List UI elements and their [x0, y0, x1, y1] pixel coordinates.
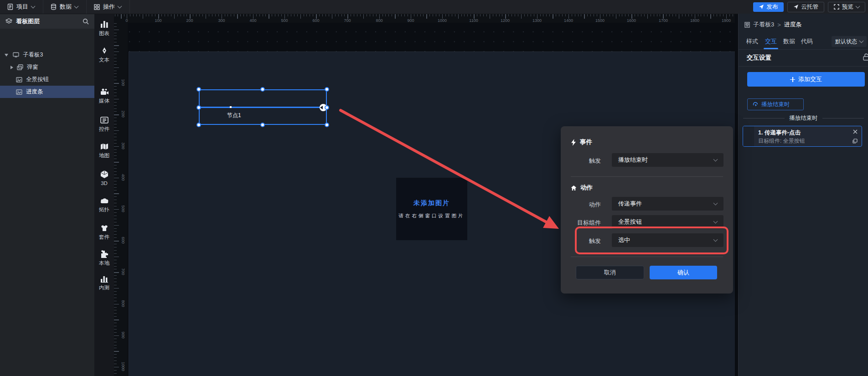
dialog-divider	[571, 176, 723, 177]
tree-item-board[interactable]: 子看板3	[0, 49, 94, 61]
ruler-label: 700	[340, 18, 355, 23]
resize-handle-nw[interactable]	[196, 87, 201, 92]
breadcrumb-board[interactable]: 子看板3	[753, 21, 774, 29]
node-label: 节点1	[227, 112, 241, 119]
cancel-button[interactable]: 取消	[576, 266, 644, 279]
ruler-label: 400	[121, 170, 125, 185]
layers-panel: 看板图层 子看板3 弹窗 全景按钮	[0, 14, 94, 376]
resize-handle-sw[interactable]	[196, 123, 201, 127]
ruler-label: 900	[403, 18, 418, 23]
blob-icon	[100, 197, 109, 205]
chevron-down-icon	[713, 219, 718, 224]
top-menu-bar: 项目 数据 操作 发布 云托管	[0, 0, 868, 14]
close-icon[interactable]	[853, 129, 858, 134]
chevron-down-icon	[713, 157, 718, 162]
event-trigger-chip[interactable]: 播放结束时	[747, 98, 804, 110]
unlock-icon[interactable]	[863, 53, 868, 61]
ruler-label: 500	[121, 201, 125, 216]
ruler-label: 500	[277, 18, 292, 23]
grid-icon	[94, 4, 100, 10]
menu-project[interactable]: 项目	[0, 0, 43, 14]
image-placeholder-component[interactable]: 未添加图片 请在右侧窗口设置图片	[396, 178, 467, 240]
resize-handle-n[interactable]	[260, 87, 265, 92]
resize-handle-ne[interactable]	[325, 87, 329, 92]
tree-item-panorama-button[interactable]: 全景按钮	[0, 73, 94, 86]
toolbar-item-label: 本地	[99, 260, 109, 267]
action-label: 动作	[561, 201, 601, 209]
cloud-hosting-button[interactable]: 云托管	[787, 2, 825, 12]
ruler-label: 1000	[121, 359, 125, 374]
action-select[interactable]: 传递事件	[612, 197, 723, 211]
tree-item-label: 子看板3	[23, 51, 43, 59]
ruler-label: 600	[121, 233, 125, 247]
chevron-down-icon	[74, 4, 79, 9]
popup-icon	[17, 64, 23, 70]
ruler-label: 300	[121, 139, 125, 153]
caret-right-icon[interactable]	[10, 66, 13, 69]
toolbar-item-beta[interactable]: 内测	[94, 275, 114, 291]
resize-handle-w[interactable]	[196, 105, 201, 110]
ruler-label: 200	[121, 107, 125, 121]
ruler-label: 700	[121, 264, 125, 279]
target-component-label: 目标组件	[561, 219, 601, 227]
ruler-label: 800	[121, 296, 125, 311]
card-title: 1. 传递事件-点击	[758, 129, 801, 137]
chevron-down-icon	[856, 4, 860, 9]
toolbar-item-topology[interactable]: 拓扑	[94, 197, 114, 213]
tree-item-label: 进度条	[26, 88, 43, 96]
interaction-edit-dialog: 事件 触发 播放结束时 动作 动作 传递事件 目标组件 全景按钮 触发 选中	[561, 126, 733, 294]
trigger-select[interactable]: 播放结束时	[612, 153, 723, 167]
publish-button[interactable]: 发布	[753, 2, 784, 12]
tab-data[interactable]: 数据	[783, 37, 795, 46]
toolbar-item-text[interactable]: 文本	[94, 46, 114, 63]
canvas-dot-grid	[128, 23, 738, 52]
tshirt-icon	[100, 224, 109, 232]
pen-icon	[100, 46, 109, 55]
target-component-select[interactable]: 全景按钮	[612, 215, 723, 229]
card-subtitle: 目标组件: 全景按钮	[758, 137, 805, 145]
trigger2-label: 触发	[561, 237, 601, 245]
menu-data[interactable]: 数据	[43, 0, 87, 14]
toolbar-item-map[interactable]: 地图	[94, 143, 114, 159]
ruler-label: 100	[121, 75, 125, 90]
tree-item-progress-bar[interactable]: 进度条	[0, 86, 94, 98]
event-group-divider: 播放结束时	[743, 114, 864, 122]
toolbar-item-kits[interactable]: 套件	[94, 224, 114, 241]
puzzle-icon	[100, 250, 108, 258]
toolbar-item-controls[interactable]: 控件	[94, 116, 114, 133]
knob-arrow-icon	[320, 106, 323, 109]
caret-down-icon[interactable]	[5, 54, 8, 57]
toolbar-item-media[interactable]: 媒体	[94, 88, 114, 104]
ruler-label: 1200	[497, 18, 513, 23]
chevron-down-icon	[713, 201, 718, 206]
ruler-label: 1100	[466, 18, 481, 23]
menu-operation[interactable]: 操作	[87, 0, 130, 14]
resize-handle-e[interactable]	[325, 105, 329, 110]
ruler-label: 400	[245, 18, 261, 23]
tab-style[interactable]: 样式	[746, 37, 758, 46]
state-select-value: 默认状态	[835, 38, 857, 46]
tree-item-popup[interactable]: 弹窗	[0, 61, 94, 73]
copy-icon[interactable]	[852, 139, 858, 144]
section-title: 交互设置	[747, 54, 771, 62]
tab-code[interactable]: 代码	[801, 37, 813, 46]
toolbar-item-charts[interactable]: 图表	[94, 20, 114, 37]
preview-button[interactable]: 预览	[828, 2, 865, 12]
toolbar-item-local[interactable]: 本地	[94, 250, 114, 267]
home-badge-icon	[571, 185, 577, 191]
cube-icon	[100, 170, 109, 179]
add-interaction-button[interactable]: 添加交互	[747, 72, 865, 87]
image-icon	[16, 89, 22, 95]
resize-handle-se[interactable]	[325, 123, 329, 127]
panel-tabs: 样式 交互 数据 代码 默认状态	[739, 34, 868, 50]
confirm-button[interactable]: 确认	[650, 266, 717, 279]
interaction-card[interactable]: 1. 传递事件-点击 目标组件: 全景按钮	[743, 126, 862, 147]
toolbar-item-3d[interactable]: 3D	[94, 170, 114, 186]
card-drag-handle[interactable]	[743, 126, 754, 146]
tab-interaction[interactable]: 交互	[765, 37, 777, 46]
search-icon[interactable]	[83, 18, 89, 25]
resize-handle-s[interactable]	[260, 123, 265, 127]
dialog-divider	[571, 257, 723, 257]
state-select[interactable]: 默认状态	[832, 36, 867, 47]
trigger2-select[interactable]: 选中	[612, 233, 723, 247]
